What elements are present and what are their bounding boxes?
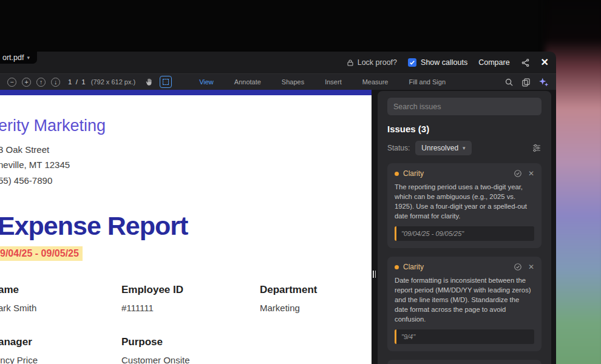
- field-label-employee-id: Employee ID: [121, 284, 183, 296]
- sliders-icon: [532, 143, 542, 153]
- tab-insert[interactable]: Insert: [325, 78, 342, 86]
- issue-tag: Clarity: [403, 169, 424, 178]
- issue-card[interactable]: Clarity ✕ The final total amount is show…: [387, 360, 542, 364]
- issues-panel: Issues (3) Status: Unresolved ▾ Clarity: [378, 91, 551, 364]
- issue-tag: Clarity: [403, 263, 424, 271]
- marquee-icon: [163, 79, 169, 85]
- page-indicator[interactable]: 1 / 1: [68, 78, 86, 86]
- tab-shapes[interactable]: Shapes: [282, 78, 304, 86]
- document-toolbar: − + ↑ ↓ 1 / 1 (792 x 612 px.) View Annot…: [0, 73, 556, 90]
- field-value-department: Marketing: [260, 303, 300, 313]
- lock-proof-label: Lock proof?: [358, 58, 397, 67]
- tab-view[interactable]: View: [199, 78, 214, 86]
- dismiss-icon[interactable]: ✕: [528, 263, 534, 271]
- field-label-name: ame: [0, 284, 19, 296]
- date-range-highlight[interactable]: 9/04/25 - 09/05/25: [0, 246, 83, 261]
- severity-dot-icon: [395, 265, 399, 269]
- search-input[interactable]: [387, 98, 542, 115]
- issue-quote: "9/4": [395, 329, 534, 344]
- check-icon: [409, 59, 415, 66]
- page-down-button[interactable]: ↓: [51, 78, 60, 87]
- issue-body: The reporting period uses a two-digit ye…: [395, 182, 534, 221]
- share-icon[interactable]: [521, 58, 530, 67]
- tab-fill-and-sign[interactable]: Fill and Sign: [409, 78, 446, 86]
- company-name: erity Marketing: [0, 116, 106, 135]
- pages-icon[interactable]: [521, 78, 531, 87]
- panel-resize-handle[interactable]: [371, 269, 378, 279]
- lock-icon: [347, 59, 354, 67]
- address-line-2: neville, MT 12345: [0, 160, 70, 170]
- chevron-down-icon: ▾: [463, 145, 466, 151]
- field-label-purpose: Purpose: [121, 336, 163, 348]
- chevron-down-icon: ▾: [27, 55, 30, 61]
- show-callouts-toggle[interactable]: Show callouts: [408, 58, 467, 67]
- app-header: Lock proof? Show callouts Compare ✕: [0, 52, 556, 73]
- compare-button[interactable]: Compare: [478, 58, 509, 67]
- status-value: Unresolved: [421, 144, 458, 152]
- zoom-out-button[interactable]: −: [7, 78, 16, 87]
- issue-card-list: Clarity ✕ The reporting period uses a tw…: [387, 163, 542, 364]
- issue-card[interactable]: Clarity ✕ The reporting period uses a tw…: [387, 163, 542, 248]
- zoom-in-button[interactable]: +: [22, 78, 31, 87]
- dismiss-icon[interactable]: ✕: [528, 170, 534, 177]
- resolve-icon[interactable]: [514, 169, 522, 178]
- hand-icon: [144, 78, 153, 86]
- proofing-app-window: ort.pdf ▾ Lock proof? Show callouts Comp…: [0, 52, 556, 364]
- page-dimensions: (792 x 612 px.): [91, 78, 135, 86]
- field-label-department: Department: [260, 284, 317, 296]
- lock-proof-button[interactable]: Lock proof?: [347, 58, 397, 67]
- tab-annotate[interactable]: Annotate: [234, 78, 261, 86]
- page-up-button[interactable]: ↑: [36, 78, 46, 87]
- search-icon[interactable]: [504, 78, 514, 87]
- marquee-select-tool[interactable]: [160, 76, 172, 88]
- mode-tabs: View Annotate Shapes Insert Measure Fill…: [199, 78, 446, 86]
- filename-label: ort.pdf: [2, 53, 24, 62]
- status-dropdown[interactable]: Unresolved ▾: [415, 141, 471, 155]
- field-value-name: ark Smith: [0, 303, 36, 313]
- filter-button[interactable]: [532, 143, 542, 153]
- issue-card[interactable]: Clarity ✕ Date formatting is inconsisten…: [387, 257, 542, 351]
- show-callouts-checkbox[interactable]: [408, 58, 416, 67]
- issue-body: Date formatting is inconsistent between …: [395, 275, 534, 324]
- filename-dropdown[interactable]: ort.pdf ▾: [0, 52, 37, 64]
- document-header-rule: [0, 90, 372, 95]
- issues-title: Issues (3): [387, 124, 542, 134]
- field-value-purpose: Customer Onsite: [121, 355, 190, 364]
- address-line-1: 3 Oak Street: [0, 144, 49, 155]
- severity-dot-icon: [395, 172, 399, 176]
- issue-quote: "09/04/25 - 09/05/25": [395, 226, 534, 241]
- resolve-icon[interactable]: [514, 263, 522, 271]
- pdf-page[interactable]: erity Marketing 3 Oak Street neville, MT…: [0, 90, 372, 364]
- field-label-manager: anager: [0, 336, 32, 348]
- document-title: Expense Report: [0, 211, 188, 241]
- field-value-manager: incy Price: [0, 355, 38, 364]
- field-value-employee-id: #111111: [121, 303, 154, 313]
- address-line-3: 55) 456-7890: [0, 175, 52, 186]
- content-area: erity Marketing 3 Oak Street neville, MT…: [0, 90, 556, 364]
- status-label: Status:: [387, 144, 410, 152]
- ai-sparkle-icon[interactable]: [538, 77, 549, 87]
- show-callouts-label: Show callouts: [421, 58, 467, 67]
- tab-measure[interactable]: Measure: [362, 78, 389, 86]
- pan-tool-button[interactable]: [144, 78, 153, 86]
- status-filter-row: Status: Unresolved ▾: [387, 141, 542, 155]
- close-icon[interactable]: ✕: [541, 58, 549, 67]
